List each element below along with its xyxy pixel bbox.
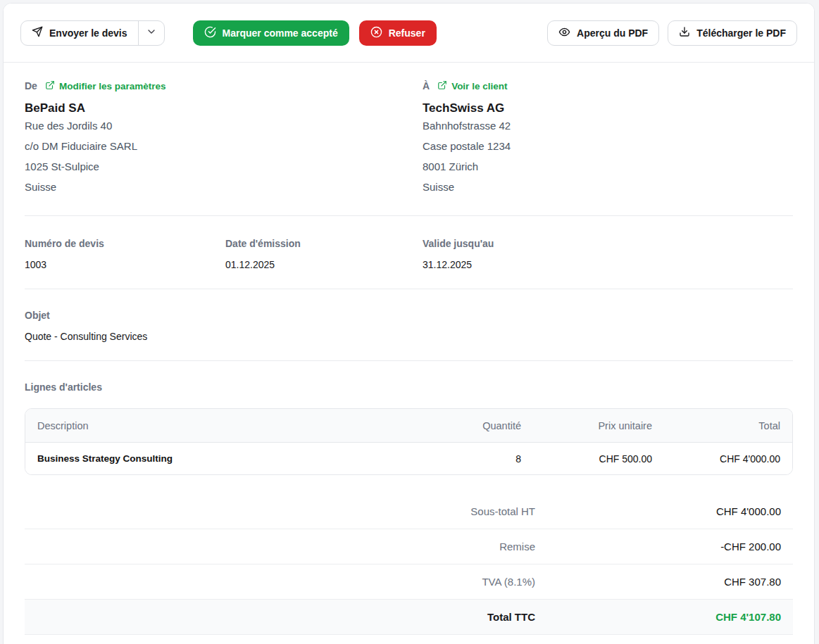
eye-icon (558, 26, 570, 40)
totals-section: Sous-total HT CHF 4'000.00 Remise -CHF 2… (25, 494, 793, 635)
from-block: De Modifier les paramètres BePaid SA Rue… (25, 80, 423, 197)
table-header-row: Description Quantité Prix unitaire Total (25, 409, 792, 443)
toolbar-right: Aperçu du PDF Télécharger le PDF (547, 20, 797, 46)
table-row: Business Strategy Consulting 8 CHF 500.0… (25, 443, 792, 474)
valid-until-value: 31.12.2025 (423, 259, 793, 270)
to-block: À Voir le client TechSwiss AG Bahnhofstr… (423, 80, 793, 197)
item-description: Business Strategy Consulting (37, 453, 415, 464)
discount-label: Remise (37, 541, 535, 553)
column-header-unit-price: Prix unitaire (521, 420, 652, 431)
column-header-description: Description (37, 420, 415, 431)
item-unit-price: CHF 500.00 (521, 453, 652, 465)
sender-address-line: c/o DM Fiduciaire SARL (25, 136, 423, 156)
column-header-total: Total (652, 420, 780, 431)
pdf-download-button[interactable]: Télécharger le PDF (668, 20, 797, 46)
quote-card: Envoyer le devis Marquer comme accepté (3, 3, 815, 644)
refuse-button[interactable]: Refuser (359, 20, 437, 46)
quote-number-label: Numéro de devis (25, 238, 225, 249)
column-header-quantity: Quantité (415, 420, 521, 431)
vat-value: CHF 307.80 (535, 576, 781, 588)
client-address-line: Case postale 1234 (423, 136, 793, 156)
issue-date-label: Date d'émission (225, 238, 423, 249)
discount-value: -CHF 200.00 (535, 541, 781, 553)
sender-name: BePaid SA (25, 101, 423, 115)
external-link-icon (437, 80, 447, 92)
from-label: De (25, 80, 37, 91)
toolbar: Envoyer le devis Marquer comme accepté (4, 4, 814, 63)
vat-label: TVA (8.1%) (37, 576, 535, 588)
download-icon (679, 26, 690, 39)
grand-total-value: CHF 4'107.80 (535, 611, 781, 623)
to-label: À (423, 80, 430, 91)
refuse-label: Refuser (389, 27, 425, 39)
subtotal-label: Sous-total HT (37, 505, 535, 517)
edit-settings-label: Modifier les paramètres (59, 81, 166, 91)
mark-accepted-label: Marquer comme accepté (223, 27, 338, 39)
client-address-line: 8001 Zürich (423, 156, 793, 177)
pdf-download-label: Télécharger le PDF (696, 27, 786, 39)
quote-number-field: Numéro de devis 1003 (25, 238, 225, 270)
chevron-down-icon (146, 26, 157, 39)
subtotal-row: Sous-total HT CHF 4'000.00 (25, 494, 793, 529)
valid-until-label: Valide jusqu'au (423, 238, 793, 249)
item-total: CHF 4'000.00 (652, 453, 780, 465)
external-link-icon (45, 80, 55, 92)
subject-section: Objet Quote - Consulting Services (25, 289, 793, 342)
issue-date-value: 01.12.2025 (225, 259, 423, 270)
line-items-table: Description Quantité Prix unitaire Total… (25, 408, 793, 475)
grand-total-label: Total TTC (37, 611, 535, 623)
send-icon (32, 26, 43, 39)
grand-total-row: Total TTC CHF 4'107.80 (25, 600, 793, 635)
client-name: TechSwiss AG (423, 101, 793, 115)
addresses-section: De Modifier les paramètres BePaid SA Rue… (25, 80, 793, 197)
view-client-label: Voir le client (451, 81, 507, 91)
pdf-preview-label: Aperçu du PDF (577, 27, 648, 39)
subtotal-value: CHF 4'000.00 (535, 505, 781, 517)
check-circle-icon (204, 26, 216, 40)
sender-address-line: Suisse (25, 177, 423, 197)
subject-value: Quote - Consulting Services (25, 331, 793, 342)
client-address-line: Suisse (423, 177, 793, 197)
send-quote-split-button: Envoyer le devis (20, 20, 165, 46)
item-quantity: 8 (415, 453, 521, 465)
page: Envoyer le devis Marquer comme accepté (0, 0, 819, 644)
send-quote-button[interactable]: Envoyer le devis (21, 21, 138, 45)
mark-accepted-button[interactable]: Marquer comme accepté (193, 20, 349, 46)
quote-content: De Modifier les paramètres BePaid SA Rue… (4, 63, 814, 635)
send-quote-label: Envoyer le devis (49, 27, 127, 39)
send-options-button[interactable] (138, 21, 164, 45)
pdf-preview-button[interactable]: Aperçu du PDF (547, 20, 659, 46)
valid-until-field: Valide jusqu'au 31.12.2025 (423, 238, 793, 270)
sender-address-line: Rue des Jordils 40 (25, 115, 423, 136)
client-address-line: Bahnhofstrasse 42 (423, 115, 793, 136)
subject-label: Objet (25, 310, 793, 321)
edit-settings-link[interactable]: Modifier les paramètres (45, 80, 166, 92)
view-client-link[interactable]: Voir le client (437, 80, 507, 92)
issue-date-field: Date d'émission 01.12.2025 (225, 238, 423, 270)
quote-meta-section: Numéro de devis 1003 Date d'émission 01.… (25, 216, 793, 270)
quote-number-value: 1003 (25, 259, 225, 270)
discount-row: Remise -CHF 200.00 (25, 529, 793, 564)
line-items-heading: Lignes d'articles (25, 361, 793, 393)
vat-row: TVA (8.1%) CHF 307.80 (25, 564, 793, 600)
sender-address-line: 1025 St-Sulpice (25, 156, 423, 177)
x-circle-icon (370, 26, 382, 40)
